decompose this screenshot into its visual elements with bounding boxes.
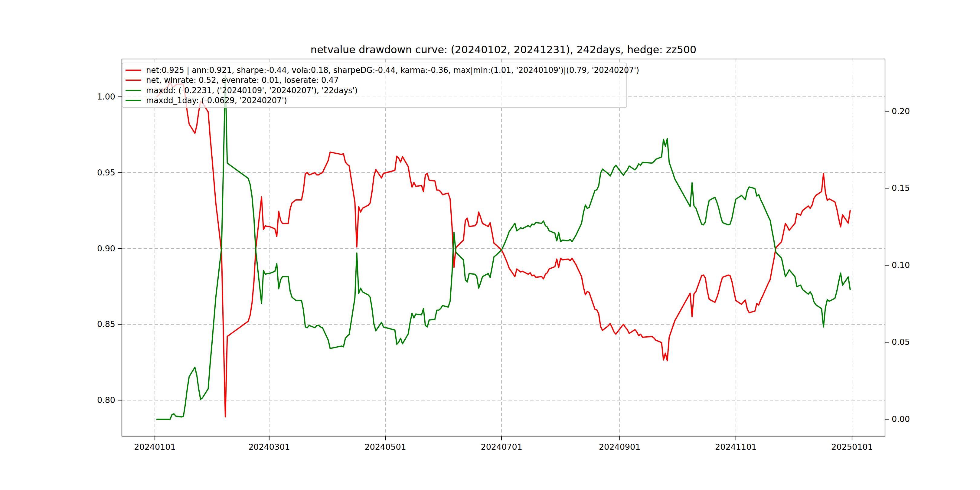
y-right-tick-label: 0.00 bbox=[892, 414, 910, 424]
legend-label: net:0.925 | ann:0.921, sharpe:-0.44, vol… bbox=[146, 66, 639, 75]
maxdd-line-swatch-icon bbox=[126, 90, 141, 91]
x-tick-label: 20240301 bbox=[248, 442, 290, 452]
chart-title: netvalue drawdown curve: (20240102, 2024… bbox=[122, 43, 885, 56]
net-line bbox=[157, 82, 850, 417]
axis-ticks bbox=[118, 97, 889, 441]
x-tick-label: 20240901 bbox=[599, 442, 640, 452]
net-line-swatch-icon bbox=[126, 80, 141, 81]
axes-spines bbox=[122, 59, 885, 436]
series-lines bbox=[157, 76, 850, 419]
y-left-tick-label: 0.85 bbox=[97, 320, 115, 329]
legend-item-maxdd: maxdd: (-0.2231, ('20240109', '20240207'… bbox=[126, 85, 627, 95]
gridlines bbox=[122, 59, 885, 436]
y-right-tick-label: 0.05 bbox=[892, 337, 910, 347]
y-left-tick-label: 0.80 bbox=[97, 395, 115, 405]
legend: net:0.925 | ann:0.921, sharpe:-0.44, vol… bbox=[122, 63, 627, 108]
y-left-tick-label: 0.95 bbox=[97, 168, 115, 177]
legend-label: maxdd: (-0.2231, ('20240109', '20240207'… bbox=[146, 86, 358, 95]
x-tick-label: 20240501 bbox=[364, 442, 406, 452]
y-left-tick-label: 0.90 bbox=[97, 244, 115, 253]
legend-item-net-winrate: net, winrate: 0.52, evenrate: 0.01, lose… bbox=[126, 75, 627, 86]
net-line-swatch-icon bbox=[126, 70, 141, 71]
maxdd-line bbox=[157, 76, 850, 419]
legend-item-net-stats: net:0.925 | ann:0.921, sharpe:-0.44, vol… bbox=[126, 65, 627, 75]
legend-item-maxdd-1day: maxdd_1day: (-0.0629, '20240207') bbox=[126, 95, 627, 106]
maxdd-1day-line-swatch-icon bbox=[126, 100, 141, 101]
y-right-tick-label: 0.10 bbox=[892, 261, 910, 270]
x-tick-label: 20240701 bbox=[480, 442, 522, 452]
y-right-tick-label: 0.20 bbox=[892, 107, 910, 116]
x-tick-label: 20240101 bbox=[134, 442, 175, 452]
y-left-tick-label: 1.00 bbox=[97, 92, 115, 101]
x-tick-label: 20250101 bbox=[831, 442, 873, 452]
figure: 2024010120240301202405012024070120240901… bbox=[0, 0, 980, 490]
y-right-tick-label: 0.15 bbox=[892, 183, 910, 192]
legend-label: net, winrate: 0.52, evenrate: 0.01, lose… bbox=[146, 76, 339, 85]
x-tick-label: 20241101 bbox=[715, 442, 756, 452]
legend-label: maxdd_1day: (-0.0629, '20240207') bbox=[146, 96, 287, 105]
